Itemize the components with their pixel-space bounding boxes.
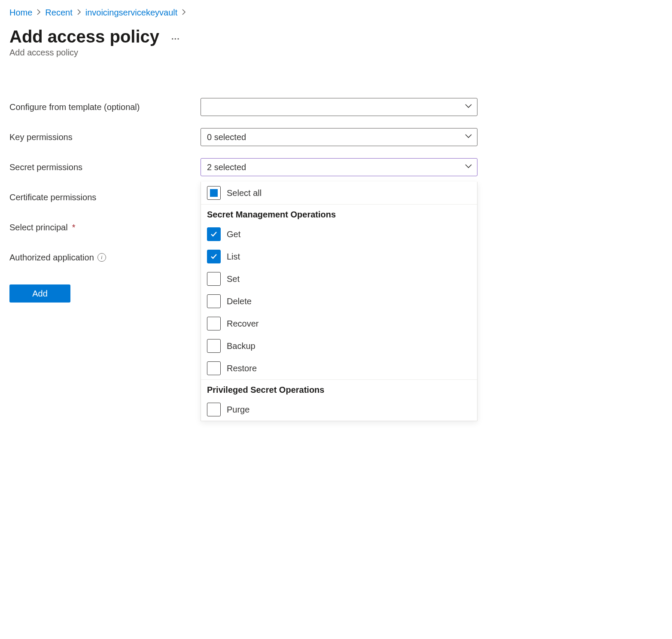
breadcrumb-keyvault[interactable]: invoicingservicekeyvault (85, 8, 178, 18)
breadcrumb-recent[interactable]: Recent (45, 8, 72, 18)
checkbox-indeterminate-icon (207, 186, 221, 200)
secret-permissions-value: 2 selected (207, 162, 246, 172)
checkbox-empty-icon (207, 317, 221, 330)
chevron-down-icon (465, 134, 471, 140)
select-principal-label: Select principal* (9, 223, 201, 232)
template-select[interactable] (201, 98, 477, 116)
key-permissions-select[interactable]: 0 selected (201, 128, 477, 146)
authorized-application-label: Authorized application i (9, 253, 201, 263)
select-all-label: Select all (227, 188, 262, 198)
option-delete[interactable]: Delete (201, 290, 477, 312)
checkbox-empty-icon (207, 403, 221, 416)
option-recover[interactable]: Recover (201, 312, 477, 335)
breadcrumb-home[interactable]: Home (9, 8, 32, 18)
chevron-down-icon (465, 104, 471, 110)
secret-permissions-select[interactable]: 2 selected (201, 158, 477, 176)
secret-permissions-label: Secret permissions (9, 162, 201, 172)
group-heading-privileged: Privileged Secret Operations (201, 380, 477, 398)
option-get[interactable]: Get (201, 223, 477, 245)
option-purge[interactable]: Purge (201, 398, 477, 421)
checkbox-empty-icon (207, 272, 221, 286)
secret-permissions-dropdown: Select all Secret Management Operations … (201, 182, 477, 421)
chevron-right-icon (36, 9, 41, 17)
option-label: List (227, 252, 240, 262)
add-button[interactable]: Add (9, 284, 70, 303)
chevron-right-icon (182, 9, 186, 17)
checkbox-empty-icon (207, 294, 221, 308)
page-subtitle: Add access policy (9, 48, 663, 58)
checkbox-empty-icon (207, 361, 221, 375)
more-ellipsis-icon[interactable]: ··· (171, 30, 180, 44)
option-label: Restore (227, 364, 257, 373)
key-permissions-label: Key permissions (9, 132, 201, 142)
option-label: Set (227, 274, 240, 284)
checkbox-checked-icon (207, 250, 221, 263)
checkbox-checked-icon (207, 227, 221, 241)
key-permissions-value: 0 selected (207, 132, 246, 142)
page-title: Add access policy (9, 27, 159, 46)
checkbox-empty-icon (207, 339, 221, 353)
select-all-option[interactable]: Select all (201, 182, 477, 205)
option-list[interactable]: List (201, 245, 477, 268)
required-asterisk: * (72, 223, 76, 232)
chevron-down-icon (465, 164, 471, 170)
option-set[interactable]: Set (201, 268, 477, 290)
group-heading-secret-management: Secret Management Operations (201, 205, 477, 223)
option-label: Recover (227, 319, 258, 329)
option-label: Delete (227, 297, 252, 306)
option-label: Backup (227, 341, 255, 351)
option-backup[interactable]: Backup (201, 335, 477, 357)
breadcrumb: Home Recent invoicingservicekeyvault (9, 8, 663, 18)
option-label: Get (227, 229, 240, 239)
chevron-right-icon (77, 9, 81, 17)
certificate-permissions-label: Certificate permissions (9, 193, 201, 202)
info-icon[interactable]: i (97, 253, 106, 262)
option-label: Purge (227, 405, 249, 415)
template-label: Configure from template (optional) (9, 102, 201, 112)
option-restore[interactable]: Restore (201, 357, 477, 380)
